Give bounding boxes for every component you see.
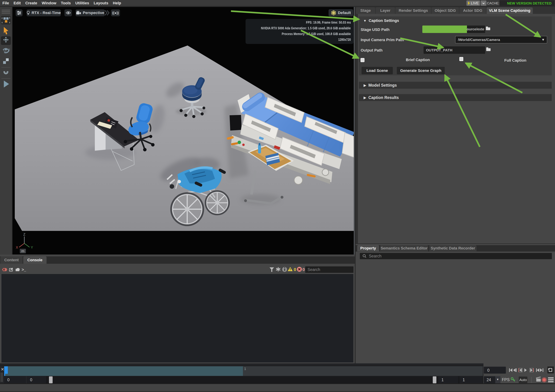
svg-text:>_: >_ [22,268,26,272]
svg-text:0: 0 [294,267,296,272]
svg-text:X: X [16,246,18,249]
svg-text:!: ! [290,269,291,271]
svg-text:0: 0 [302,267,305,272]
svg-text:Y: Y [31,246,33,249]
svg-text:Z: Z [23,233,25,236]
